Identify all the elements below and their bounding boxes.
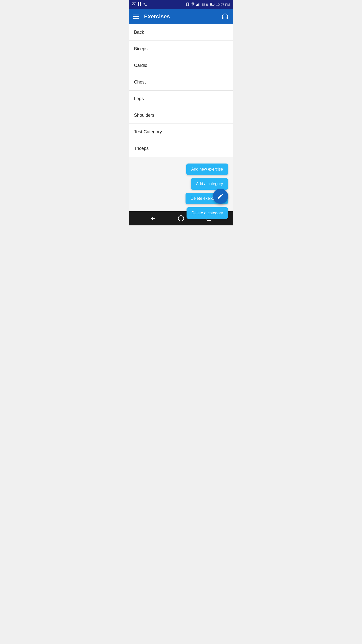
status-bar: 56% 10:07 PM — [129, 0, 233, 9]
delete-category-button[interactable]: Delete a category — [187, 207, 228, 219]
list-item-label: Legs — [134, 96, 144, 101]
list-item-legs[interactable]: Legs — [129, 91, 233, 107]
svg-line-4 — [146, 3, 147, 3]
fab-edit-button[interactable] — [213, 189, 228, 204]
list-item-label: Shoulders — [134, 113, 154, 118]
menu-line-2 — [133, 16, 139, 17]
list-item-label: Cardio — [134, 63, 147, 68]
home-button[interactable] — [176, 213, 186, 223]
app-bar: Exercises — [129, 9, 233, 24]
svg-rect-12 — [196, 5, 197, 6]
svg-point-20 — [178, 216, 184, 221]
status-bar-left — [132, 2, 147, 7]
battery-icon — [210, 3, 214, 7]
time-display: 10:07 PM — [216, 3, 230, 7]
battery-percent: 56% — [202, 3, 208, 7]
add-category-button[interactable]: Add a category — [191, 178, 228, 190]
svg-rect-3 — [140, 2, 141, 6]
back-button[interactable] — [148, 213, 158, 223]
list-item-biceps[interactable]: Biceps — [129, 41, 233, 57]
fab-area: Add new exercise Add a category Delete e… — [129, 161, 233, 211]
exercise-list: Back Biceps Cardio Chest Legs Shoulders … — [129, 24, 233, 161]
vibrate-icon — [186, 2, 189, 7]
page-title: Exercises — [144, 13, 221, 20]
add-new-exercise-button[interactable]: Add new exercise — [186, 164, 228, 175]
svg-rect-16 — [200, 3, 200, 6]
list-item-back[interactable]: Back — [129, 24, 233, 41]
menu-button[interactable] — [133, 15, 139, 19]
svg-rect-14 — [198, 3, 199, 6]
edit-icon — [217, 193, 224, 200]
headphone-button[interactable] — [221, 13, 229, 21]
back-arrow-icon — [150, 215, 156, 221]
svg-rect-2 — [138, 2, 139, 6]
list-item-label: Triceps — [134, 146, 149, 151]
pause-icon — [138, 2, 141, 7]
list-item-label: Biceps — [134, 46, 148, 51]
svg-rect-13 — [197, 4, 198, 6]
svg-rect-18 — [210, 3, 212, 5]
image-icon — [132, 3, 136, 7]
menu-line-1 — [133, 15, 139, 15]
list-item-test-category[interactable]: Test Category — [129, 124, 233, 140]
list-item-shoulders[interactable]: Shoulders — [129, 107, 233, 124]
list-item-label: Chest — [134, 79, 146, 85]
list-item-label: Test Category — [134, 129, 162, 134]
menu-line-3 — [133, 18, 139, 19]
list-item-cardio[interactable]: Cardio — [129, 57, 233, 74]
svg-rect-19 — [214, 4, 214, 5]
home-circle-icon — [178, 215, 184, 222]
list-item-label: Back — [134, 30, 144, 35]
list-item-triceps[interactable]: Triceps — [129, 140, 233, 157]
list-item-chest[interactable]: Chest — [129, 74, 233, 91]
status-bar-right: 56% 10:07 PM — [186, 2, 230, 7]
wifi-icon — [191, 3, 195, 7]
svg-rect-15 — [199, 3, 199, 6]
signal-icon — [196, 3, 200, 7]
phone-icon — [143, 2, 147, 7]
svg-rect-5 — [187, 3, 189, 6]
